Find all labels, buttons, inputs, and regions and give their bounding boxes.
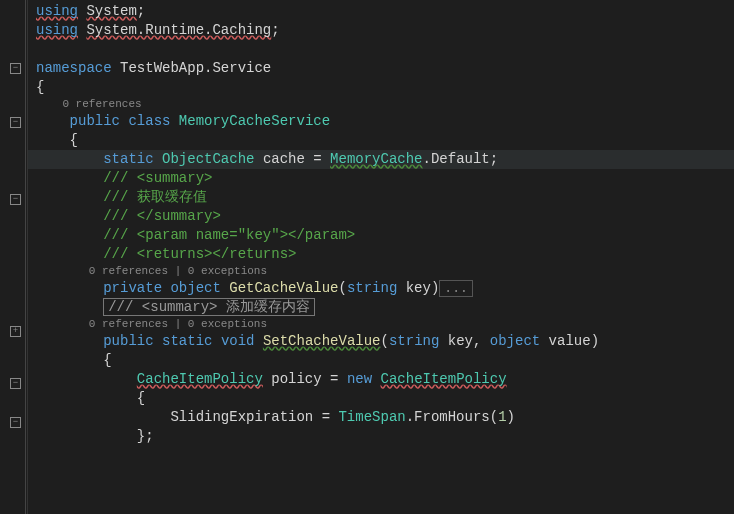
code-line[interactable]: using System.Runtime.Caching;: [36, 21, 734, 40]
codelens[interactable]: 0 references | 0 exceptions: [36, 264, 734, 279]
code-line[interactable]: {: [36, 389, 734, 408]
code-line[interactable]: /// <summary>: [36, 169, 734, 188]
collapsed-region[interactable]: ...: [439, 280, 472, 297]
fold-icon[interactable]: −: [10, 378, 21, 389]
code-line[interactable]: {: [36, 78, 734, 97]
code-line[interactable]: {: [36, 351, 734, 370]
fold-icon[interactable]: −: [10, 117, 21, 128]
code-line[interactable]: CacheItemPolicy policy = new CacheItemPo…: [36, 370, 734, 389]
fold-icon[interactable]: −: [10, 417, 21, 428]
fold-icon[interactable]: −: [10, 63, 21, 74]
code-area[interactable]: using System; using System.Runtime.Cachi…: [28, 0, 734, 514]
code-line[interactable]: {: [36, 131, 734, 150]
code-line[interactable]: /// <summary> 添加缓存内容: [36, 298, 734, 317]
code-editor[interactable]: − − − + + − − using System; using System…: [0, 0, 734, 514]
current-line[interactable]: static ObjectCache cache = MemoryCache.D…: [28, 150, 734, 169]
code-line[interactable]: public class MemoryCacheService: [36, 112, 734, 131]
code-line[interactable]: };: [36, 427, 734, 446]
fold-icon[interactable]: −: [10, 194, 21, 205]
code-line[interactable]: /// <param name="key"></param>: [36, 226, 734, 245]
code-line[interactable]: /// 获取缓存值: [36, 188, 734, 207]
code-line[interactable]: /// <returns></returns>: [36, 245, 734, 264]
blank-line: [36, 40, 734, 59]
codelens[interactable]: 0 references: [36, 97, 734, 112]
code-line[interactable]: /// </summary>: [36, 207, 734, 226]
collapsed-summary[interactable]: /// <summary> 添加缓存内容: [103, 298, 315, 316]
code-line[interactable]: public static void SetChacheValue(string…: [36, 332, 734, 351]
fold-icon[interactable]: +: [10, 326, 21, 337]
codelens[interactable]: 0 references | 0 exceptions: [36, 317, 734, 332]
code-line[interactable]: using System;: [36, 2, 734, 21]
code-line[interactable]: SlidingExpiration = TimeSpan.FromHours(1…: [36, 408, 734, 427]
gutter: − − − + + − −: [0, 0, 28, 514]
code-line[interactable]: private object GetCacheValue(string key)…: [36, 279, 734, 298]
code-line[interactable]: namespace TestWebApp.Service: [36, 59, 734, 78]
